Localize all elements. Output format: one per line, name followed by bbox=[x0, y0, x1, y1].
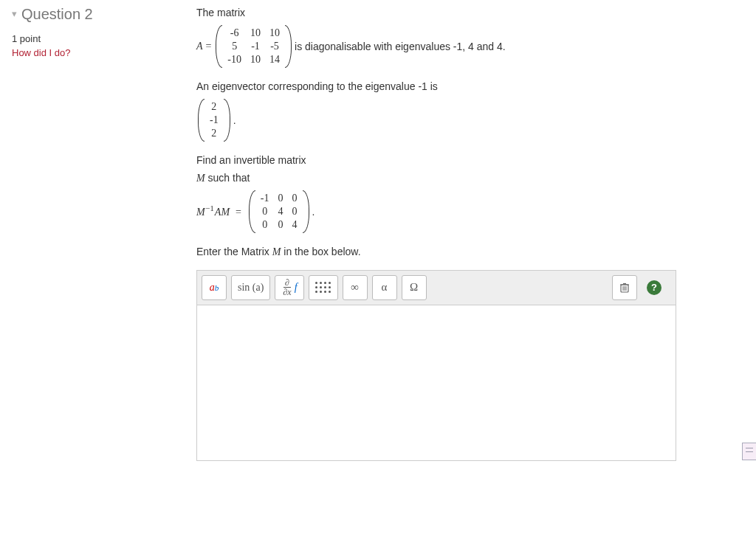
eigen-intro: An eigenvector corresponding to the eige… bbox=[196, 80, 744, 94]
intro-text: The matrix bbox=[196, 6, 744, 21]
diag-equation: M−1AM = -100 040 004 . bbox=[196, 189, 744, 235]
diag-text: is diagonalisable with eigenvalues -1, 4… bbox=[295, 41, 506, 52]
omega-button[interactable]: Ω bbox=[402, 275, 427, 300]
derivative-button[interactable]: ∂ ∂x f bbox=[275, 275, 303, 300]
help-button[interactable]: ? bbox=[642, 275, 667, 300]
points-label: 1 point bbox=[12, 33, 182, 44]
exponent-button[interactable]: ab bbox=[202, 275, 227, 300]
collapse-icon: ▾ bbox=[12, 8, 17, 19]
matrix-d: -100 040 004 bbox=[249, 190, 309, 234]
question-title[interactable]: ▾Question 2 bbox=[12, 6, 182, 23]
help-icon: ? bbox=[647, 280, 662, 295]
find-text: Find an invertible matrix bbox=[196, 153, 744, 168]
matrix-a: -61010 5-1-5 -101014 bbox=[216, 25, 292, 69]
eigenvector-display: 2 -1 2 . bbox=[196, 97, 744, 144]
matrix-button[interactable] bbox=[309, 275, 338, 300]
infinity-button[interactable]: ∞ bbox=[343, 275, 368, 300]
trash-icon bbox=[619, 282, 630, 294]
alpha-button[interactable]: α bbox=[372, 275, 397, 300]
how-did-i-do-link[interactable]: How did I do? bbox=[12, 47, 182, 58]
m-such-that: M such that bbox=[196, 171, 744, 186]
question-title-text: Question 2 bbox=[21, 6, 93, 22]
clear-button[interactable] bbox=[612, 275, 637, 300]
trig-button[interactable]: sin (a) bbox=[231, 275, 270, 300]
matrix-a-equation: A = -61010 5-1-5 -101014 is diagonalisab… bbox=[196, 24, 744, 70]
answer-input[interactable] bbox=[196, 305, 676, 461]
eigenvector: 2 -1 2 bbox=[198, 99, 230, 142]
side-tab[interactable] bbox=[742, 443, 756, 460]
editor-toolbar: ab sin (a) ∂ ∂x f bbox=[196, 270, 676, 305]
enter-prompt: Enter the Matrix M in the box below. bbox=[196, 245, 744, 260]
matrix-icon bbox=[315, 282, 331, 294]
